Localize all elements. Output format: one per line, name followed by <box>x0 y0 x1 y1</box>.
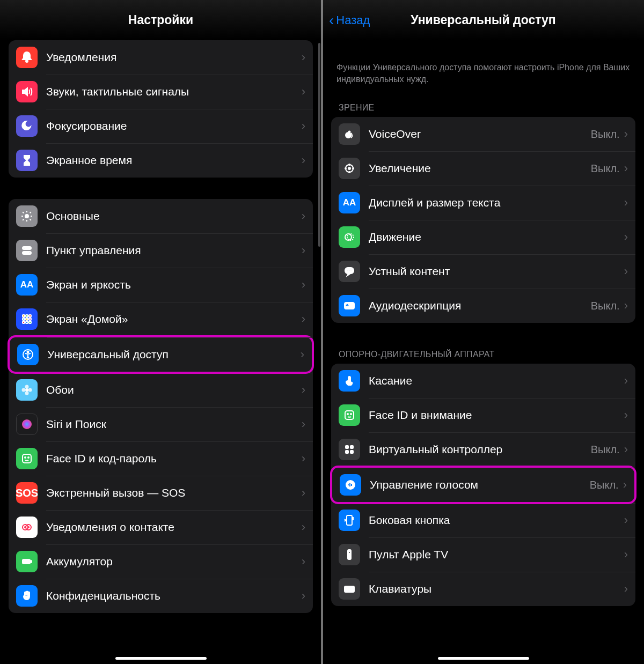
chevron-right-icon: › <box>302 486 305 500</box>
bell-icon <box>16 47 38 68</box>
row-focus[interactable]: Фокусирование› <box>9 109 313 143</box>
header-title: Универсальный доступ <box>411 13 555 27</box>
home-indicator[interactable] <box>115 657 207 660</box>
row-label: Пункт управления <box>46 244 302 257</box>
battery-icon <box>16 551 38 572</box>
row-display[interactable]: AAЭкран и яркость› <box>9 268 313 302</box>
svg-rect-48 <box>345 411 354 419</box>
svg-rect-11 <box>29 318 31 320</box>
svg-point-22 <box>22 419 32 429</box>
row-wallpaper[interactable]: Обои› <box>9 373 313 407</box>
row-control[interactable]: Пункт управления› <box>9 233 313 268</box>
svg-point-5 <box>29 252 31 254</box>
row-siri[interactable]: Siri и Поиск› <box>9 407 313 441</box>
row-textsize[interactable]: AAДисплей и размер текста› <box>331 186 635 220</box>
row-exposure[interactable]: Уведомления о контакте› <box>9 510 313 544</box>
row-audio-desc[interactable]: ADАудиодескрипцияВыкл.› <box>331 289 635 323</box>
row-label: VoiceOver <box>369 128 591 141</box>
row-value: Выкл. <box>591 444 620 456</box>
row-faceid[interactable]: Face ID и код-пароль› <box>9 441 313 476</box>
row-sounds[interactable]: Звуки, тактильные сигналы› <box>9 75 313 109</box>
row-accessibility[interactable]: Универсальный доступ› <box>8 335 314 374</box>
svg-rect-63 <box>346 588 347 589</box>
svg-rect-14 <box>29 321 31 323</box>
row-label: Экстренный вызов — SOS <box>46 486 302 499</box>
svg-point-37 <box>349 172 350 173</box>
chevron-right-icon: › <box>302 244 305 257</box>
row-spoken[interactable]: Устный контент› <box>331 254 635 289</box>
chevron-right-icon: › <box>302 452 305 466</box>
row-motion[interactable]: Движение› <box>331 220 635 254</box>
row-keyboards[interactable]: Клавиатуры› <box>331 572 635 606</box>
svg-rect-57 <box>352 518 353 520</box>
chevron-right-icon: › <box>624 374 628 388</box>
switches-icon <box>16 240 38 261</box>
svg-point-39 <box>353 168 354 169</box>
svg-rect-64 <box>348 588 349 589</box>
ad-icon: AD <box>339 295 360 316</box>
row-label: Обои <box>46 383 302 396</box>
chevron-right-icon: › <box>624 264 628 278</box>
row-touch[interactable]: Касание› <box>331 364 635 398</box>
row-face-attention[interactable]: Face ID и внимание› <box>331 398 635 432</box>
row-apple-tv[interactable]: Пульт Apple TV› <box>331 537 635 572</box>
svg-point-28 <box>24 526 26 528</box>
chevron-right-icon: › <box>302 119 305 133</box>
row-screentime[interactable]: Экранное время› <box>9 143 313 178</box>
section-header-motor: ОПОРНО-ДВИГАТЕЛЬНЫЙ АППАРАТ <box>331 344 635 364</box>
siri-icon <box>16 414 38 435</box>
row-battery[interactable]: Аккумулятор› <box>9 544 313 579</box>
svg-point-21 <box>29 389 32 392</box>
sos-icon: SOS <box>16 482 38 504</box>
chevron-right-icon: › <box>302 50 305 64</box>
row-label: Уведомления <box>46 51 302 64</box>
row-general[interactable]: Основные› <box>9 199 313 233</box>
svg-rect-56 <box>347 515 352 525</box>
row-switch-control[interactable]: Виртуальный контроллерВыкл.› <box>331 432 635 467</box>
chevron-right-icon: › <box>302 153 305 167</box>
row-home[interactable]: Экран «Домой»› <box>9 302 313 336</box>
row-privacy[interactable]: Конфиденциальность› <box>9 579 313 613</box>
svg-rect-10 <box>26 318 28 320</box>
exposure-icon <box>16 517 38 538</box>
row-label: Siri и Поиск <box>46 418 302 431</box>
row-label: Уведомления о контакте <box>46 521 302 534</box>
chevron-right-icon: › <box>624 127 628 141</box>
svg-point-29 <box>27 526 30 528</box>
row-sos[interactable]: SOSЭкстренный вызов — SOS› <box>9 476 313 510</box>
row-notifications[interactable]: Уведомления› <box>9 40 313 75</box>
svg-point-32 <box>346 132 351 138</box>
row-label: Экран и яркость <box>46 278 302 291</box>
chevron-right-icon: › <box>302 85 305 99</box>
chevron-right-icon: › <box>302 520 305 534</box>
row-label: Дисплей и размер текста <box>369 196 624 209</box>
scrollbar[interactable] <box>318 43 320 247</box>
aa-icon: AA <box>339 192 360 213</box>
row-value: Выкл. <box>590 479 619 491</box>
back-button[interactable]: ‹ Назад <box>329 12 370 29</box>
moon-icon <box>16 115 38 137</box>
svg-point-59 <box>348 551 350 554</box>
row-label: Аудиодескрипция <box>369 299 591 312</box>
touch-icon <box>339 370 360 392</box>
home-indicator[interactable] <box>438 657 529 660</box>
row-zoom[interactable]: УвеличениеВыкл.› <box>331 151 635 186</box>
svg-rect-54 <box>350 451 353 453</box>
side-icon <box>339 510 360 531</box>
svg-point-18 <box>26 386 28 388</box>
motion-icon <box>339 226 360 248</box>
row-voiceover[interactable]: VoiceOverВыкл.› <box>331 117 635 151</box>
svg-point-16 <box>27 351 29 353</box>
svg-point-24 <box>25 457 26 458</box>
svg-point-36 <box>349 164 350 165</box>
chevron-right-icon: › <box>624 442 628 456</box>
svg-rect-61 <box>349 557 350 558</box>
row-label: Универсальный доступ <box>47 348 301 361</box>
row-voice-control[interactable]: Управление голосомВыкл.› <box>330 466 636 504</box>
chevron-right-icon: › <box>302 417 305 431</box>
row-side-button[interactable]: Боковая кнопка› <box>331 503 635 537</box>
accessibility-list: Функции Универсального доступа помогают … <box>323 40 644 664</box>
svg-rect-51 <box>346 446 348 448</box>
voiceover-icon <box>339 123 360 145</box>
row-label: Движение <box>369 231 624 244</box>
